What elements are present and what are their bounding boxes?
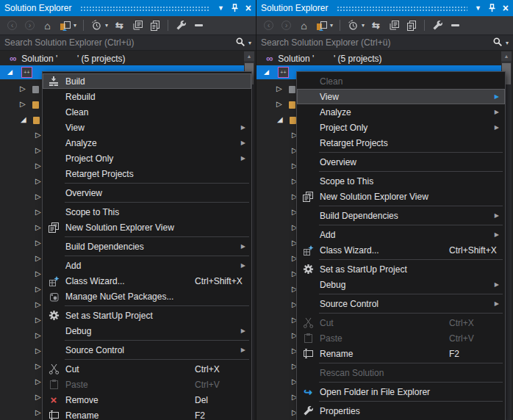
tree-collapsed-expander-icon[interactable]: ▷: [35, 316, 41, 324]
search-icon[interactable]: [492, 37, 503, 49]
switch-views-icon[interactable]: [315, 19, 328, 32]
menu-item-scope-to-this[interactable]: Scope to This: [297, 173, 505, 189]
tree-expanded-expander-icon[interactable]: ◢: [21, 116, 26, 123]
tree-collapsed-expander-icon[interactable]: ▷: [35, 394, 41, 401]
search-dropdown-icon[interactable]: ▾: [248, 40, 251, 46]
menu-item-scope-to-this[interactable]: Scope to This: [43, 204, 251, 220]
menu-item-view[interactable]: View▶: [43, 120, 251, 135]
menu-item-clean[interactable]: Clean: [43, 104, 251, 120]
menu-item-overview[interactable]: Overview: [297, 154, 505, 170]
search-dropdown-icon[interactable]: ▾: [506, 40, 509, 46]
solution-row[interactable]: ∞ Solution ' ' (5 projects): [256, 51, 513, 65]
tree-collapsed-expander-icon[interactable]: ▷: [35, 131, 41, 139]
search-icon[interactable]: [235, 37, 245, 49]
window-menu-icon[interactable]: ▼: [218, 5, 224, 12]
tree-collapsed-expander-icon[interactable]: ▷: [35, 332, 41, 339]
window-menu-icon[interactable]: ▼: [475, 5, 481, 12]
menu-item-add[interactable]: Add▶: [43, 258, 251, 273]
tree-collapsed-expander-icon[interactable]: ▷: [20, 101, 26, 108]
forward-icon[interactable]: ›: [280, 19, 293, 32]
menu-item-clean[interactable]: Clean: [297, 73, 505, 89]
menu-item-rescan-solution[interactable]: Rescan Solution: [297, 365, 505, 380]
search-input[interactable]: Search Solution Explorer (Ctrl+ü) ▾: [256, 35, 513, 51]
menu-item-debug[interactable]: Debug▶: [43, 323, 251, 338]
preview-selected-items-icon[interactable]: [148, 19, 161, 32]
switch-views-icon[interactable]: [59, 19, 71, 32]
pending-changes-filter-icon[interactable]: [347, 19, 359, 32]
pending-changes-filter-icon[interactable]: [90, 19, 103, 32]
search-input[interactable]: Search Solution Explorer (Ctrl+ü) ▾: [0, 35, 256, 51]
tree-collapsed-expander-icon[interactable]: ▷: [35, 378, 41, 385]
menu-item-source-control[interactable]: Source Control▶: [297, 296, 505, 311]
tree-collapsed-expander-icon[interactable]: ▷: [20, 85, 26, 93]
preview-selected-items-icon[interactable]: [405, 19, 417, 32]
tree-collapsed-expander-icon[interactable]: ▷: [35, 270, 41, 278]
scroll-up-icon[interactable]: ▲: [244, 51, 254, 61]
menu-item-paste[interactable]: PasteCtrl+V: [297, 330, 505, 346]
menu-item-retarget-projects[interactable]: Retarget Projects: [43, 166, 251, 181]
pin-icon[interactable]: [488, 4, 496, 12]
tree-expanded-expander-icon[interactable]: ◢: [277, 116, 283, 123]
pin-icon[interactable]: [231, 4, 239, 12]
panel-titlebar[interactable]: Solution Explorer ▼ ×: [0, 0, 256, 16]
menu-item-new-solution-explorer-view[interactable]: New Solution Explorer View: [297, 189, 505, 204]
menu-item-build[interactable]: Build: [43, 73, 251, 89]
properties-icon[interactable]: [431, 19, 444, 32]
tree-collapsed-expander-icon[interactable]: ▷: [35, 301, 41, 308]
menu-item-cut[interactable]: CutCtrl+X: [43, 361, 251, 377]
tree-collapsed-expander-icon[interactable]: ▷: [35, 409, 41, 416]
menu-item-view[interactable]: View▶: [297, 89, 505, 104]
show-all-files-icon[interactable]: [449, 19, 462, 32]
tree-collapsed-expander-icon[interactable]: ▷: [35, 193, 41, 200]
menu-item-overview[interactable]: Overview: [43, 185, 251, 200]
show-all-files-icon[interactable]: [193, 19, 205, 32]
menu-item-project-only[interactable]: Project Only▶: [43, 151, 251, 166]
menu-item-paste[interactable]: PasteCtrl+V: [43, 377, 251, 392]
menu-item-build-dependencies[interactable]: Build Dependencies▶: [297, 208, 505, 223]
menu-item-project-only[interactable]: Project Only▶: [297, 120, 505, 135]
menu-item-analyze[interactable]: Analyze▶: [43, 135, 251, 151]
back-icon[interactable]: ‹: [6, 19, 18, 32]
menu-item-retarget-projects[interactable]: Retarget Projects: [297, 135, 505, 151]
expanded-expander-icon[interactable]: ◢: [7, 69, 12, 76]
menu-item-cut[interactable]: CutCtrl+X: [297, 315, 505, 330]
home-icon[interactable]: ⌂: [41, 19, 54, 32]
panel-titlebar[interactable]: Solution Explorer ▼ ×: [256, 0, 513, 16]
forward-icon[interactable]: ›: [24, 19, 36, 32]
tree-collapsed-expander-icon[interactable]: ▷: [35, 286, 41, 293]
menu-item-set-as-startup-project[interactable]: Set as StartUp Project: [297, 261, 505, 277]
sync-with-active-document-icon[interactable]: ⇆: [113, 19, 126, 32]
tree-collapsed-expander-icon[interactable]: ▷: [35, 347, 41, 355]
tree-collapsed-expander-icon[interactable]: ▷: [276, 85, 282, 93]
tree-collapsed-expander-icon[interactable]: ▷: [276, 101, 282, 108]
tree-collapsed-expander-icon[interactable]: ▷: [35, 224, 41, 231]
menu-item-rename[interactable]: RenameF2: [297, 346, 505, 361]
sync-with-active-document-icon[interactable]: ⇆: [370, 19, 382, 32]
collapse-all-icon[interactable]: [387, 19, 400, 32]
dropdown-caret-icon[interactable]: ▾: [362, 22, 365, 29]
menu-item-analyze[interactable]: Analyze▶: [297, 104, 505, 120]
home-icon[interactable]: ⌂: [298, 19, 310, 32]
tree-collapsed-expander-icon[interactable]: ▷: [35, 363, 41, 370]
expanded-expander-icon[interactable]: ◢: [264, 69, 269, 76]
dropdown-caret-icon[interactable]: ▾: [330, 22, 333, 29]
tree-collapsed-expander-icon[interactable]: ▷: [35, 239, 41, 247]
back-icon[interactable]: ‹: [262, 19, 275, 32]
scroll-up-icon[interactable]: ▲: [501, 51, 512, 61]
tree-collapsed-expander-icon[interactable]: ▷: [35, 147, 41, 154]
menu-item-debug[interactable]: Debug▶: [297, 277, 505, 292]
dropdown-caret-icon[interactable]: ▾: [105, 22, 108, 29]
menu-item-rename[interactable]: RenameF2: [43, 408, 251, 420]
dropdown-caret-icon[interactable]: ▾: [73, 22, 76, 29]
tree-collapsed-expander-icon[interactable]: ▷: [35, 255, 41, 262]
menu-item-class-wizard[interactable]: Class Wizard...Ctrl+Shift+X: [43, 273, 251, 289]
menu-item-new-solution-explorer-view[interactable]: New Solution Explorer View: [43, 220, 251, 235]
menu-item-class-wizard[interactable]: Class Wizard...Ctrl+Shift+X: [297, 242, 505, 258]
menu-item-properties[interactable]: Properties: [297, 403, 505, 419]
menu-item-source-control[interactable]: Source Control▶: [43, 342, 251, 358]
menu-item-open-folder-in-file-explorer[interactable]: ↪Open Folder in File Explorer: [297, 384, 505, 399]
menu-item-build-dependencies[interactable]: Build Dependencies▶: [43, 239, 251, 254]
close-icon[interactable]: ×: [503, 3, 509, 13]
menu-item-rebuild[interactable]: Rebuild: [43, 89, 251, 104]
tree-collapsed-expander-icon[interactable]: ▷: [35, 178, 41, 185]
